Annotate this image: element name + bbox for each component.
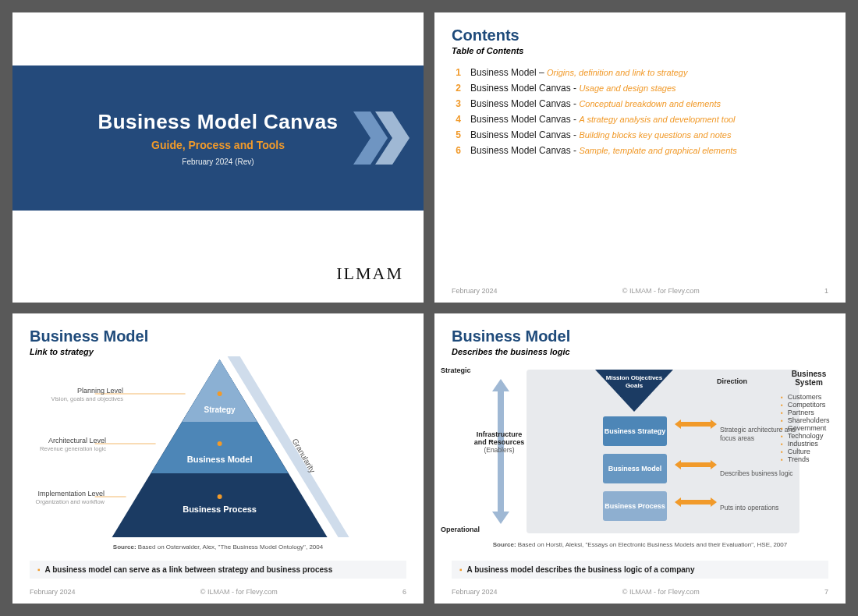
svg-marker-20 <box>675 497 717 507</box>
svg-text:Strategy: Strategy <box>204 405 235 414</box>
slide-footer: February 2024 © ILMAM - for Flevy.com 7 <box>452 588 828 596</box>
logo: ILMAM <box>336 264 403 284</box>
svg-point-13 <box>217 494 222 499</box>
pyramid-level-1: Planning Level Vision, goals and objecti… <box>25 385 128 404</box>
block-strategy: Business Strategy <box>603 416 667 446</box>
footer-left: February 2024 <box>30 588 76 596</box>
svg-marker-18 <box>675 420 717 429</box>
heading: Business Model <box>452 327 828 345</box>
toc-item: 4Business Model Canvas - A strategy anal… <box>452 112 828 127</box>
pyramid-icon: Strategy Business Model Business Process… <box>94 356 352 543</box>
footer-mid: © ILMAM - for Flevy.com <box>498 287 824 295</box>
title: Business Model Canvas <box>98 110 338 134</box>
center-panel: Infrastructure and Resources (Enablers) … <box>526 370 800 533</box>
slide-business-logic: Business Model Describes the business lo… <box>434 313 846 604</box>
pyramid-level-2: Architectural Level Revenue generation l… <box>12 435 111 454</box>
subtitle: Guide, Process and Tools <box>151 139 285 151</box>
infra-label: Infrastructure and Resources (Enablers) <box>473 430 525 454</box>
summary-bar: ▪A business model describes the business… <box>452 561 828 579</box>
svg-text:Business Model: Business Model <box>186 455 252 464</box>
svg-marker-1 <box>375 112 410 165</box>
slide-title: Business Model Canvas Guide, Process and… <box>12 12 424 303</box>
contents-sub: Table of Contents <box>452 46 828 55</box>
svg-marker-19 <box>675 460 717 469</box>
svg-text:Business Process: Business Process <box>183 504 257 514</box>
footer-mid: © ILMAM - for Flevy.com <box>76 588 402 596</box>
chevrons-icon <box>353 112 410 165</box>
heading: Business Model <box>30 327 406 345</box>
slide-grid: Business Model Canvas Guide, Process and… <box>0 0 858 616</box>
business-system-list: Customers Competitors Partners Sharehold… <box>781 393 846 463</box>
svg-point-9 <box>217 391 222 396</box>
slide-link-strategy: Business Model Link to strategy Strategy… <box>12 313 424 604</box>
subheading: Link to strategy <box>30 347 406 356</box>
toc-item: 5Business Model Canvas - Building blocks… <box>452 127 828 143</box>
summary-bar: ▪A business model can serve as a link be… <box>30 561 406 579</box>
mission-label: Mission Objectives Goals <box>603 374 665 413</box>
toc-list: 1Business Model – Origins, definition an… <box>452 65 828 158</box>
footer-page: 1 <box>824 287 828 295</box>
source-line: Source: Based on Horsti, Aleksi, "Essays… <box>434 541 846 548</box>
business-system-title: Business System <box>781 370 837 387</box>
toc-item: 3Business Model Canvas - Conceptual brea… <box>452 96 828 112</box>
source-line: Source: Source: Based on Osterwalder, Al… <box>12 543 424 551</box>
toc-item: 2Business Model Canvas - Usage and desig… <box>452 80 828 96</box>
label-operational: Operational <box>441 526 480 533</box>
block-model: Business Model <box>603 454 667 483</box>
hz-arrow-icon <box>675 460 717 469</box>
right-note-2: Describes business logic <box>720 469 803 478</box>
toc-item: 6Business Model Canvas - Sample, templat… <box>452 143 828 158</box>
contents-heading: Contents <box>452 27 828 44</box>
slide-footer: February 2024 © ILMAM - for Flevy.com 1 <box>452 287 828 295</box>
footer-page: 7 <box>824 588 828 596</box>
pyramid-level-3: Implementation Level Organization and wo… <box>12 488 109 507</box>
logic-diagram: Strategic Operational Infrastructure and… <box>488 366 828 535</box>
title-date: February 2024 (Rev) <box>182 158 254 166</box>
svg-point-11 <box>217 441 222 446</box>
title-band: Business Model Canvas Guide, Process and… <box>12 65 424 211</box>
toc-item: 1Business Model – Origins, definition an… <box>452 65 828 80</box>
label-strategic: Strategic <box>441 366 471 374</box>
subheading: Describes the business logic <box>452 347 828 356</box>
footer-mid: © ILMAM - for Flevy.com <box>498 588 824 596</box>
right-note-3: Puts into operations <box>720 504 803 512</box>
footer-page: 6 <box>402 588 406 596</box>
slide-contents: Contents Table of Contents 1Business Mod… <box>434 12 846 303</box>
block-process: Business Process <box>603 491 667 521</box>
hz-arrow-icon <box>675 420 717 429</box>
footer-left: February 2024 <box>452 287 498 295</box>
footer-left: February 2024 <box>452 588 498 596</box>
hz-arrow-icon <box>675 497 717 507</box>
direction-label: Direction <box>717 377 747 385</box>
slide-footer: February 2024 © ILMAM - for Flevy.com 6 <box>30 588 406 596</box>
